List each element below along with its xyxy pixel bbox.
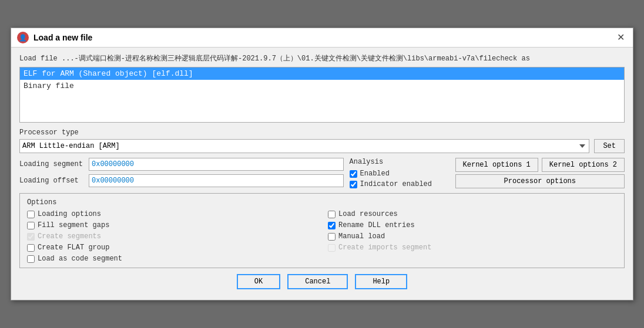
create-flat-group-label: Create FLAT group [38, 244, 109, 252]
title-bar: 👤 Load a new file ✕ [11, 28, 633, 48]
analysis-indicator-label: Indicator enabled [360, 180, 432, 188]
processor-type-select[interactable]: ARM Little-endian [ARM] [19, 139, 589, 153]
manual-load-label: Manual load [338, 232, 385, 241]
option-manual-load: Manual load [328, 232, 617, 241]
analysis-enabled-checkbox[interactable] [350, 170, 357, 178]
file-path-label: Load file ...-调式端口检测-进程名称检测三种逻辑底层代码详解-20… [19, 53, 625, 63]
options-left-col: Loading options Fill segment gaps Create… [27, 210, 316, 263]
fill-segment-gaps-label: Fill segment gaps [38, 221, 109, 229]
option-create-imports: Create imports segment [328, 244, 617, 252]
option-create-flat-group: Create FLAT group [27, 244, 316, 252]
analysis-indicator-checkbox[interactable] [350, 181, 357, 188]
options-box: Options Loading options Fill segment gap… [19, 193, 625, 268]
processor-type-label: Processor type [19, 129, 625, 137]
create-imports-checkbox [328, 244, 336, 252]
load-as-code-label: Load as code segment [38, 255, 122, 263]
option-fill-segment-gaps: Fill segment gaps [27, 221, 316, 229]
create-imports-label: Create imports segment [338, 244, 431, 252]
kernel-buttons: Kernel options 1 Kernel options 2 Proces… [455, 158, 625, 188]
kernel-options-2-button[interactable]: Kernel options 2 [542, 158, 625, 172]
option-loading-options: Loading options [27, 210, 316, 218]
load-file-dialog: 👤 Load a new file ✕ Load file ...-调式端口检测… [11, 28, 633, 300]
dialog-title: Load a new file [33, 33, 92, 42]
set-button[interactable]: Set [594, 139, 625, 153]
help-button[interactable]: Help [355, 274, 407, 289]
options-grid: Loading options Fill segment gaps Create… [27, 210, 617, 263]
analysis-enabled-label: Enabled [360, 170, 390, 178]
loading-offset-input[interactable] [89, 174, 344, 187]
file-list[interactable]: ELF for ARM (Shared object) [elf.dll] Bi… [19, 67, 625, 123]
loading-segment-input[interactable] [89, 158, 344, 171]
loading-segment-row: Loading segment [19, 158, 344, 171]
file-list-item-binary[interactable]: Binary file [20, 80, 624, 92]
processor-options-button[interactable]: Processor options [455, 174, 625, 188]
close-button[interactable]: ✕ [615, 33, 627, 42]
dialog-icon: 👤 [17, 32, 29, 43]
cancel-button[interactable]: Cancel [287, 274, 348, 289]
title-bar-left: 👤 Load a new file [17, 32, 92, 43]
loading-segment-label: Loading segment [19, 160, 84, 168]
analysis-title: Analysis [350, 158, 450, 166]
options-title: Options [27, 198, 617, 207]
load-resources-label: Load resources [338, 210, 398, 218]
load-as-code-checkbox[interactable] [27, 255, 35, 263]
loading-options-checkbox[interactable] [27, 211, 35, 218]
manual-load-checkbox[interactable] [328, 233, 336, 241]
kernel-options-1-button[interactable]: Kernel options 1 [455, 158, 538, 172]
option-create-segments: Create segments [27, 232, 316, 241]
right-section: Analysis Enabled Indicator enabled [350, 158, 625, 188]
dialog-body: Load file ...-调式端口检测-进程名称检测三种逻辑底层代码详解-20… [11, 48, 633, 300]
analysis-indicator-row: Indicator enabled [350, 180, 450, 188]
middle-section: Loading segment Loading offset Analysis [19, 158, 625, 188]
rename-dll-checkbox[interactable] [328, 222, 336, 229]
option-load-as-code: Load as code segment [27, 255, 316, 263]
create-segments-label: Create segments [38, 232, 101, 241]
loading-offset-row: Loading offset [19, 174, 344, 187]
analysis-group: Analysis Enabled Indicator enabled [350, 158, 450, 188]
create-flat-group-checkbox[interactable] [27, 244, 35, 252]
load-resources-checkbox[interactable] [328, 211, 336, 218]
options-right-col: Load resources Rename DLL entries Manual… [328, 210, 617, 263]
processor-row: ARM Little-endian [ARM] Set [19, 139, 625, 153]
file-list-item-elf[interactable]: ELF for ARM (Shared object) [elf.dll] [20, 67, 624, 80]
analysis-kernel-row: Analysis Enabled Indicator enabled [350, 158, 625, 188]
dialog-footer: OK Cancel Help [19, 268, 625, 292]
option-rename-dll: Rename DLL entries [328, 221, 617, 229]
analysis-enabled-row: Enabled [350, 170, 450, 178]
loading-offset-label: Loading offset [19, 177, 84, 185]
left-fields: Loading segment Loading offset [19, 158, 344, 188]
ok-button[interactable]: OK [237, 274, 280, 289]
loading-options-label: Loading options [38, 210, 101, 218]
option-load-resources: Load resources [328, 210, 617, 218]
create-segments-checkbox [27, 233, 35, 241]
processor-select-wrap: ARM Little-endian [ARM] [19, 139, 589, 153]
rename-dll-label: Rename DLL entries [338, 221, 415, 229]
fill-segment-gaps-checkbox[interactable] [27, 222, 35, 229]
kernel-row: Kernel options 1 Kernel options 2 [455, 158, 625, 172]
